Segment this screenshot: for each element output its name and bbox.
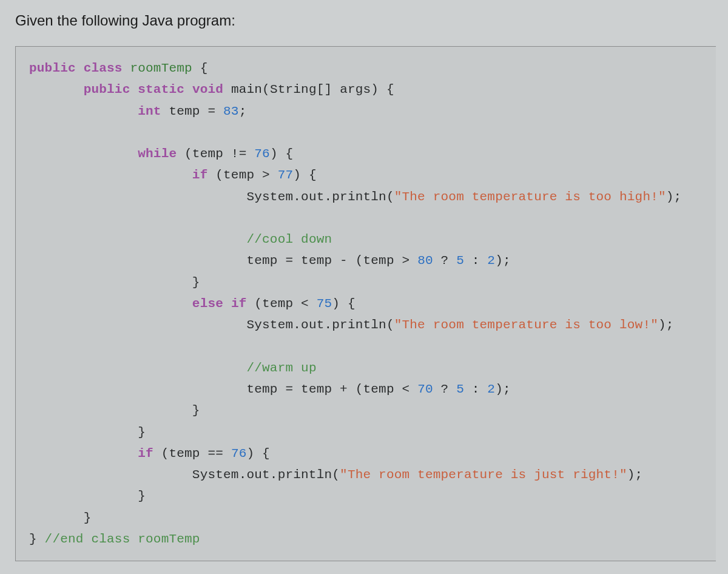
println: System.out.println( [246, 190, 394, 204]
main-signature: main(String[] args) [231, 83, 379, 96]
comment-warm-up: //warm up [246, 361, 316, 375]
close-paren-brace: ) { [332, 297, 355, 311]
close-paren-brace: ) { [293, 168, 316, 182]
indent [29, 168, 192, 182]
indent [29, 361, 246, 375]
comment-cool-down: //cool down [246, 232, 332, 246]
indent [29, 254, 246, 268]
num-76: 76 [231, 447, 247, 461]
println: System.out.println( [246, 318, 394, 332]
string-just-right: "The room temperature is just right!" [340, 468, 627, 482]
indent [29, 147, 138, 161]
println: System.out.println( [192, 468, 340, 482]
indent [29, 104, 138, 118]
close-paren-brace: ) { [270, 147, 293, 161]
num-70: 70 [417, 382, 433, 396]
kw-while: while [138, 147, 177, 161]
println-end: ); [658, 318, 674, 332]
indent [29, 425, 138, 439]
indent [29, 232, 246, 246]
close-brace: } [84, 511, 92, 525]
brace: { [192, 61, 208, 75]
kw-static: static [138, 83, 184, 96]
num-80: 80 [417, 254, 433, 268]
ternary-q: ? [433, 382, 456, 396]
class-name: roomTemp [130, 61, 192, 75]
string-too-high: "The room temperature is too high!" [394, 190, 666, 204]
if-cond-1: (temp > [207, 168, 277, 182]
indent [29, 447, 138, 461]
indent [29, 318, 246, 332]
end-tern: ); [495, 382, 511, 396]
indent [29, 83, 84, 96]
kw-void: void [192, 83, 223, 96]
close-brace: } [192, 403, 200, 417]
num-75: 75 [317, 297, 332, 311]
indent [29, 489, 138, 503]
end-tern: ); [495, 254, 511, 268]
kw-if: if [231, 297, 247, 311]
num-2: 2 [487, 382, 495, 396]
num-5: 5 [456, 382, 464, 396]
num-77: 77 [278, 168, 294, 182]
kw-if: if [138, 447, 153, 461]
indent [29, 190, 246, 204]
end-class-comment: //end class roomTemp [45, 532, 200, 546]
println-end: ); [627, 468, 643, 482]
close-brace: } [138, 425, 146, 439]
semi: ; [239, 104, 247, 118]
close-brace: } [192, 275, 200, 289]
kw-if: if [192, 168, 208, 182]
println-end: ); [666, 190, 682, 204]
ternary-q: ? [433, 254, 456, 268]
warm-expr: temp = temp + (temp < [246, 382, 417, 396]
question-prompt: Given the following Java program: [15, 12, 716, 29]
kw-public: public [84, 83, 130, 96]
if-cond-3: (temp == [153, 447, 231, 461]
cool-expr: temp = temp - (temp > [246, 254, 417, 268]
kw-class: class [84, 61, 123, 75]
indent [29, 403, 192, 417]
if-cond-2: (temp < [246, 297, 316, 311]
temp-equals: temp = [161, 104, 223, 118]
kw-else: else [192, 297, 223, 311]
indent [29, 382, 246, 396]
close-brace: } [138, 489, 146, 503]
indent [29, 297, 192, 311]
indent [29, 468, 192, 482]
ternary-colon: : [464, 254, 487, 268]
num-76: 76 [254, 147, 270, 161]
num-5: 5 [456, 254, 464, 268]
java-code-block: public class roomTemp { public static vo… [15, 46, 716, 561]
num-2: 2 [487, 254, 495, 268]
while-cond: (temp != [177, 147, 254, 161]
string-too-low: "The room temperature is too low!" [394, 318, 658, 332]
indent [29, 275, 192, 289]
close-brace: } [29, 532, 45, 546]
close-paren-brace: ) { [246, 447, 269, 461]
brace: { [379, 83, 394, 96]
indent [29, 511, 84, 525]
ternary-colon: : [464, 382, 487, 396]
kw-public: public [29, 61, 76, 75]
num-83: 83 [223, 104, 239, 118]
kw-int: int [138, 104, 161, 118]
